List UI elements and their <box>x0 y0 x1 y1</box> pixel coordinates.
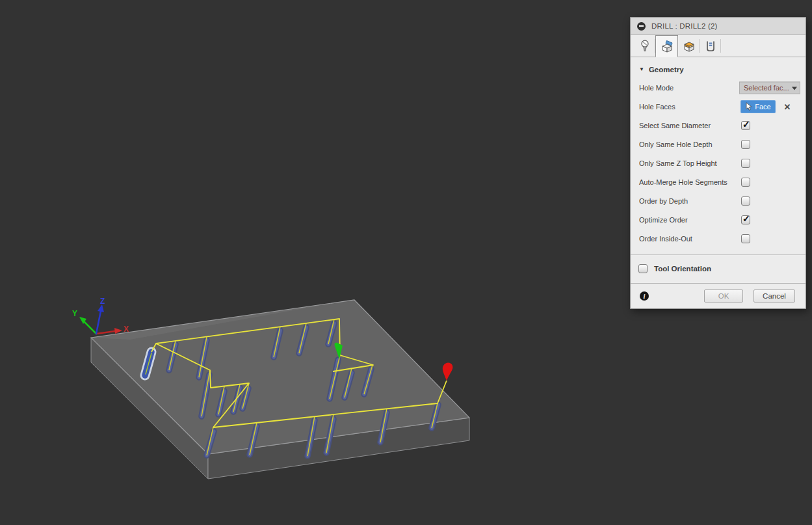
option-row: Select Same Diameter <box>631 116 805 135</box>
z-axis-label: Z <box>100 297 105 306</box>
cursor-icon <box>745 102 752 111</box>
hole-mode-row: Hole Mode Selected fac... <box>631 78 805 97</box>
selected-hole-face[interactable] <box>145 352 151 375</box>
collapse-dialog-icon[interactable] <box>637 22 646 31</box>
option-row: Order by Depth <box>631 191 805 210</box>
geometry-section-header[interactable]: ▼ Geometry <box>631 60 805 78</box>
option-label: Auto-Merge Hole Segments <box>639 178 727 186</box>
y-axis-label: Y <box>72 309 77 318</box>
auto-merge-hole-segments-checkbox[interactable] <box>741 178 750 187</box>
option-row: Only Same Z Top Height <box>631 154 805 172</box>
hole-mode-dropdown[interactable]: Selected fac... <box>739 81 800 94</box>
option-label: Select Same Diameter <box>639 122 711 129</box>
tab-cycle[interactable] <box>700 35 721 57</box>
section-collapse-caret-icon: ▼ <box>639 67 644 72</box>
order-inside-out-checkbox[interactable] <box>741 234 750 243</box>
option-label: Order Inside-Out <box>639 235 692 243</box>
dialog-title: DRILL : DRILL2 (2) <box>651 22 718 30</box>
option-label: Only Same Z Top Height <box>639 159 717 167</box>
ok-button[interactable]: OK <box>704 289 743 303</box>
face-selection-button[interactable]: Face <box>740 100 776 113</box>
option-label: Only Same Hole Depth <box>639 141 713 148</box>
order-by-depth-checkbox[interactable] <box>741 196 750 206</box>
cycle-bracket-icon <box>703 39 718 53</box>
cancel-button[interactable]: Cancel <box>753 289 795 303</box>
option-label: Optimize Order <box>639 216 688 224</box>
only-same-hole-depth-checkbox[interactable] <box>741 140 750 149</box>
geometry-cube-icon <box>660 39 674 53</box>
tab-geometry[interactable] <box>655 35 678 57</box>
face-chip-label: Face <box>755 103 770 111</box>
tab-tool[interactable] <box>634 35 655 57</box>
x-axis-arrow-icon <box>114 328 122 334</box>
geometry-section-title: Geometry <box>649 66 684 74</box>
x-axis-label: X <box>124 325 129 334</box>
tool-orientation-checkbox[interactable] <box>638 264 648 273</box>
option-row: Only Same Hole Depth <box>631 135 805 154</box>
axis-triad: X Y Z <box>72 297 129 334</box>
tool-orientation-group: Tool Orientation <box>631 255 805 273</box>
x-axis <box>96 331 115 334</box>
x-clear-selection-icon[interactable]: ✕ <box>782 101 792 111</box>
option-label: Order by Depth <box>639 197 688 205</box>
option-row: Order Inside-Out <box>631 229 805 248</box>
end-point-red-flag-icon <box>443 363 453 381</box>
dialog-body: ▼ Geometry Hole Mode Selected fac... Hol… <box>631 57 805 283</box>
info-icon[interactable]: i <box>640 291 649 301</box>
select-same-diameter-checkbox[interactable] <box>741 121 750 130</box>
tool-orientation-label: Tool Orientation <box>654 265 711 273</box>
option-row: Auto-Merge Hole Segments <box>631 172 805 191</box>
tab-heights[interactable] <box>678 35 700 57</box>
option-row: Optimize Order <box>631 210 805 229</box>
dialog-tab-bar <box>631 35 805 57</box>
hole-faces-row: Hole Faces Face ✕ <box>631 97 805 116</box>
dialog-titlebar[interactable]: DRILL : DRILL2 (2) <box>631 18 805 35</box>
heights-cube-icon <box>682 39 696 53</box>
hole-mode-label: Hole Mode <box>639 84 674 92</box>
hole-faces-label: Hole Faces <box>639 103 675 111</box>
drill-tool-icon <box>638 39 652 53</box>
optimize-order-checkbox[interactable] <box>741 215 750 224</box>
z-axis <box>96 311 101 334</box>
drill-dialog: DRILL : DRILL2 (2) <box>630 17 806 309</box>
y-axis <box>85 322 96 334</box>
hole-mode-value: Selected fac... <box>744 84 789 92</box>
only-same-z-top-height-checkbox[interactable] <box>741 159 750 168</box>
dialog-footer: i OK Cancel <box>631 283 805 308</box>
